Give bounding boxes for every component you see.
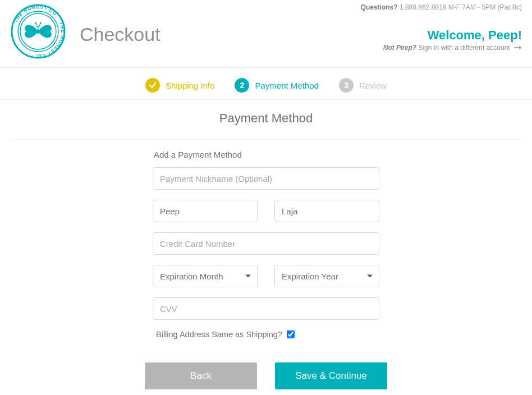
billing-same-row: Billing Address Same as Shipping? <box>156 330 379 339</box>
step-review-label: Review <box>359 81 387 90</box>
welcome-text: Welcome, Peep! <box>361 28 522 43</box>
last-name-input[interactable] <box>274 200 379 222</box>
cvv-input[interactable] <box>153 297 379 320</box>
billing-same-checkbox[interactable] <box>287 330 295 338</box>
payment-nickname-input[interactable] <box>153 167 379 190</box>
add-payment-label: Add a Payment Method <box>153 150 379 159</box>
card-number-input[interactable] <box>153 232 379 255</box>
billing-same-label: Billing Address Same as Shipping? <box>156 330 282 339</box>
step-shipping[interactable]: Shipping Info <box>145 78 215 93</box>
signin-different-link[interactable]: Sign in with a different account <box>418 44 522 52</box>
back-button[interactable]: Back <box>145 362 257 389</box>
expiration-year-select[interactable]: Expiration Year <box>274 265 379 287</box>
questions-text: Questions? 1.888.862.8818 M-F 7AM - 5PM … <box>361 3 522 11</box>
step-shipping-label: Shipping Info <box>166 81 215 90</box>
expiration-month-select[interactable]: Expiration Month <box>153 265 258 287</box>
checkout-steps: Shipping Info 2 Payment Method 3 Review <box>0 68 532 99</box>
button-row: Back Save & Continue <box>144 362 388 389</box>
questions-label: Questions? <box>361 3 398 11</box>
svg-line-6 <box>38 24 40 28</box>
step-3-badge: 3 <box>339 78 354 93</box>
section-title: Payment Method <box>0 100 532 139</box>
signin-different-text: Sign in with a different account <box>418 44 510 52</box>
svg-line-5 <box>36 24 38 28</box>
step-review: 3 Review <box>339 78 387 93</box>
payment-form: Add a Payment Method Expiration Month Ex… <box>153 150 379 339</box>
header: THE HONEST CO. · THE HONEST CO. · Checko… <box>0 0 532 59</box>
svg-point-7 <box>35 22 36 24</box>
step-payment-label: Payment Method <box>255 81 318 90</box>
save-continue-button[interactable]: Save & Continue <box>275 362 387 389</box>
check-icon <box>145 78 160 93</box>
section-divider <box>10 139 522 140</box>
questions-info: 1.888.862.8818 M-F 7AM - 5PM (Pacific) <box>400 3 522 11</box>
page-title: Checkout <box>80 24 160 45</box>
svg-point-8 <box>40 22 42 24</box>
first-name-input[interactable] <box>153 200 258 222</box>
arrow-right-icon <box>514 44 522 52</box>
not-you-prefix: Not Peep? <box>383 44 416 52</box>
step-2-badge: 2 <box>235 78 249 93</box>
svg-point-4 <box>37 29 39 34</box>
header-right: Questions? 1.888.862.8818 M-F 7AM - 5PM … <box>361 3 522 52</box>
not-you: Not Peep? Sign in with a different accou… <box>361 44 522 52</box>
step-payment[interactable]: 2 Payment Method <box>235 78 318 93</box>
brand-logo[interactable]: THE HONEST CO. · THE HONEST CO. · <box>10 3 66 59</box>
content: Payment Method Add a Payment Method Expi… <box>0 99 532 395</box>
